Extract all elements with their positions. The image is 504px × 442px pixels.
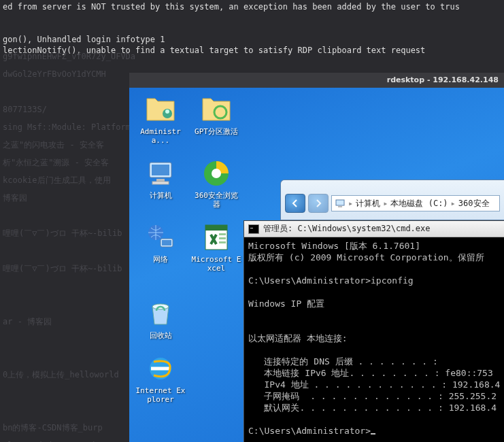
cmd-output[interactable]: Microsoft Windows [版本 6.1.7601] 版权所有 (c)… (244, 237, 504, 439)
svg-rect-20 (338, 206, 342, 207)
svg-rect-6 (152, 182, 169, 184)
icon-label: Microsoft Excel (191, 255, 241, 273)
svg-rect-5 (156, 179, 165, 182)
icon-label: 网络 (153, 255, 168, 264)
breadcrumb-item[interactable]: 计算机 (356, 198, 380, 209)
cmd-titlebar[interactable]: 管理员: C:\Windows\system32\cmd.exe (244, 221, 504, 237)
desktop-icon-computer[interactable]: 计算机 (135, 157, 186, 209)
desktop-icon-gpt[interactable]: GPT分区激活 (190, 93, 242, 145)
svg-rect-19 (336, 200, 344, 205)
explorer-window[interactable]: ▸ 计算机 ▸ 本地磁盘 (C:) ▸ 360安全 (280, 180, 504, 220)
desktop-icon-recycle[interactable]: 回收站 (135, 297, 186, 340)
host-ghost-text: g9fwipnnEHwFZ_vf0R72y_UFVDa dwGol2eYrFBv… (3, 48, 135, 442)
desktop-icon-ie[interactable]: Internet Explorer (135, 352, 186, 404)
icon-label: 回收站 (150, 331, 172, 340)
nav-forward-button[interactable] (308, 194, 329, 213)
rdesktop-title-text: rdesktop - 192.168.42.148 (387, 75, 499, 84)
computer-small-icon (335, 198, 346, 209)
remote-desktop[interactable]: Administra... GPT分区激活 计算机 360安全浏览器 网络 (129, 88, 504, 442)
recycle-bin-icon (144, 297, 177, 330)
svg-rect-15 (219, 237, 226, 239)
desktop-icon-network[interactable]: 网络 (135, 221, 186, 273)
ie-icon (144, 352, 177, 385)
cmd-window[interactable]: 管理员: C:\Windows\system32\cmd.exe Microso… (243, 220, 504, 442)
desktop-icon-excel[interactable]: Microsoft Excel (190, 221, 242, 273)
icon-label: 360安全浏览器 (191, 191, 241, 209)
svg-rect-14 (219, 233, 226, 235)
breadcrumb-item[interactable]: 360安全 (458, 198, 490, 209)
desktop-icon-administrator[interactable]: Administra... (135, 93, 186, 145)
svg-point-8 (212, 169, 221, 178)
icon-label: Internet Explorer (135, 386, 186, 404)
svg-rect-13 (205, 225, 227, 231)
icon-label: 计算机 (150, 191, 172, 200)
browser-360-icon (200, 157, 233, 190)
svg-rect-4 (152, 165, 169, 175)
arrow-right-icon (314, 199, 323, 208)
chevron-right-icon: ▸ (348, 199, 353, 208)
cursor (371, 433, 375, 435)
folder-icon (200, 93, 233, 126)
svg-point-1 (165, 109, 169, 114)
breadcrumb[interactable]: ▸ 计算机 ▸ 本地磁盘 (C:) ▸ 360安全 (331, 195, 500, 211)
arrow-left-icon (290, 199, 300, 208)
desktop-icon-360browser[interactable]: 360安全浏览器 (190, 157, 242, 209)
rdesktop-titlebar[interactable]: rdesktop - 192.168.42.148 (129, 73, 504, 88)
excel-icon (200, 221, 233, 254)
chevron-right-icon: ▸ (451, 199, 456, 208)
network-icon (144, 221, 177, 254)
cmd-title-text: 管理员: C:\Windows\system32\cmd.exe (263, 223, 431, 235)
folder-user-icon (144, 93, 177, 126)
cmd-icon (248, 224, 259, 234)
chevron-right-icon: ▸ (383, 199, 388, 208)
svg-rect-16 (219, 241, 226, 243)
computer-icon (144, 157, 177, 190)
breadcrumb-item[interactable]: 本地磁盘 (C:) (390, 198, 448, 209)
nav-back-button[interactable] (285, 194, 305, 213)
icon-label: Administra... (135, 127, 186, 145)
svg-rect-11 (162, 240, 171, 245)
icon-label: GPT分区激活 (195, 127, 238, 136)
